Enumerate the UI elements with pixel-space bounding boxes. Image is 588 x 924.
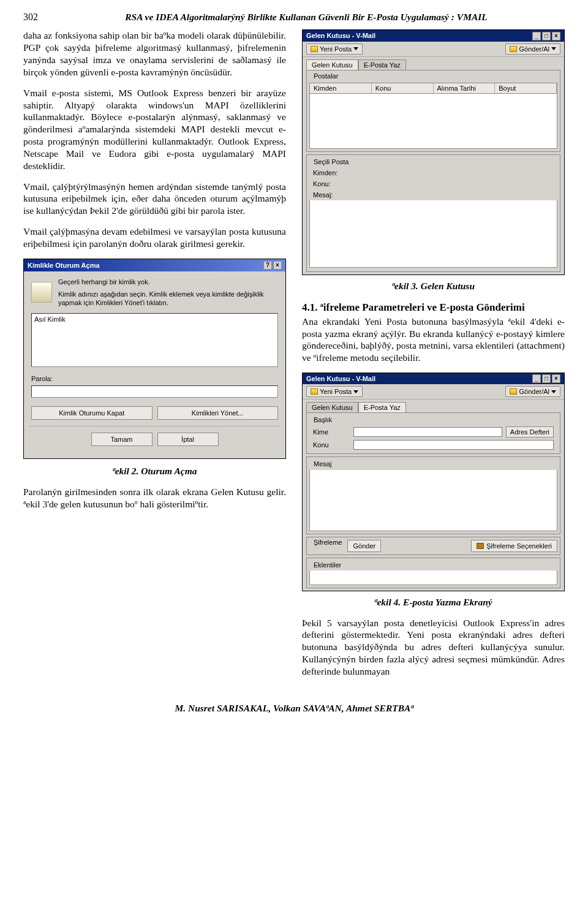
chevron-down-icon [551, 47, 556, 50]
close-session-button[interactable]: Kimlik Oturumu Kapat [31, 406, 153, 420]
section-heading: 4.1. ªifreleme Parametreleri ve E-posta … [302, 301, 565, 314]
column-header[interactable]: Boyut [495, 83, 557, 93]
vmail-compose-window: Gelen Kutusu - V-Mail _ □ × Yeni Posta G… [302, 373, 565, 591]
mail-icon [510, 46, 517, 52]
window-title: Gelen Kutusu - V-Mail [306, 374, 375, 383]
minimize-icon[interactable]: _ [532, 32, 541, 40]
close-icon[interactable]: × [552, 32, 560, 40]
mail-icon [311, 46, 318, 52]
paragraph: Vmail, çalýþtýrýlmasýnýn hemen ardýndan … [23, 181, 286, 217]
tab-inbox[interactable]: Gelen Kutusu [306, 402, 358, 412]
send-button[interactable]: Gönder [347, 540, 381, 552]
button-label: Gönder/Al [519, 387, 549, 396]
group-label: Eklentiler [312, 561, 343, 569]
maximize-icon[interactable]: □ [542, 32, 551, 40]
attachments-list[interactable] [309, 570, 557, 585]
footer-authors: M. Nusret SARISAKAL, Volkan SAVAªAN, Ahm… [23, 702, 565, 714]
password-input[interactable] [31, 385, 278, 398]
column-header[interactable]: Alınma Tarihi [434, 83, 496, 93]
tab-compose[interactable]: E-Posta Yaz [358, 59, 406, 70]
page-number: 302 [23, 11, 38, 23]
button-label: Yeni Posta [320, 45, 352, 53]
dialog-instructions: Kimlik adınızı aşağıdan seçin. Kimlik ek… [58, 290, 278, 307]
tab-compose[interactable]: E-Posta Yaz [358, 402, 406, 412]
tab-inbox[interactable]: Gelen Kutusu [306, 59, 358, 70]
close-icon[interactable]: × [552, 374, 560, 383]
to-input[interactable] [353, 427, 502, 437]
running-title: RSA ve IDEA Algoritmalarýný Birlikte Kul… [48, 11, 565, 23]
button-label: Şifreleme Seçenekleri [486, 542, 552, 550]
mail-icon [510, 388, 517, 395]
encryption-options-button[interactable]: Şifreleme Seçenekleri [471, 540, 557, 552]
group-label: Başlık [312, 415, 334, 424]
message-body-input[interactable] [309, 470, 557, 531]
field-label: Kimden: [313, 169, 350, 177]
manage-identities-button[interactable]: Kimlikleri Yönet... [157, 406, 279, 420]
login-dialog: Kimlikle Oturum Açma ? × Geçerli herhang… [23, 259, 286, 460]
paragraph: Vmail çalýþmasýna devam edebilmesi ve va… [23, 225, 286, 250]
identity-icon [31, 282, 52, 303]
column-header[interactable]: Konu [372, 83, 434, 93]
maximize-icon[interactable]: □ [542, 374, 551, 383]
field-label: Mesaj: [313, 191, 350, 199]
chevron-down-icon [353, 47, 358, 50]
preview-pane [309, 200, 557, 268]
new-mail-button[interactable]: Yeni Posta [306, 386, 363, 397]
subject-input[interactable] [353, 440, 554, 450]
paragraph: Vmail e-posta sistemi, MS Outlook Expres… [23, 87, 286, 172]
group-label: Mesaj [312, 460, 333, 468]
figure-caption: ªekil 2. Oturum Açma [23, 465, 286, 477]
new-mail-button[interactable]: Yeni Posta [306, 44, 363, 55]
column-header[interactable]: Kimden [310, 83, 372, 93]
mail-icon [311, 388, 318, 395]
list-item[interactable]: Asıl Kimlik [34, 315, 275, 324]
paragraph: daha az fonksiyona sahip olan bir baºka … [23, 29, 286, 78]
paragraph: Parolanýn girilmesinden sonra ilk olarak… [23, 486, 286, 510]
paragraph: Ana ekrandaki Yeni Posta butonuna basýlm… [302, 316, 565, 364]
figure-caption: ªekil 3. Gelen Kutusu [302, 280, 565, 292]
key-icon [477, 543, 484, 549]
dialog-title: Kimlikle Oturum Açma [28, 261, 100, 270]
paragraph: Þekil 5 varsayýlan posta denetleyicisi O… [302, 617, 565, 678]
button-label: Gönder/Al [519, 45, 549, 53]
minimize-icon[interactable]: _ [532, 374, 541, 383]
identity-list[interactable]: Asıl Kimlik [31, 313, 278, 367]
button-label: Yeni Posta [320, 387, 352, 396]
send-receive-button[interactable]: Gönder/Al [505, 44, 560, 55]
chevron-down-icon [551, 390, 556, 393]
group-label: Şifreleme [312, 538, 344, 547]
password-label: Parola: [31, 374, 278, 383]
window-title: Gelen Kutusu - V-Mail [306, 31, 375, 40]
vmail-inbox-window: Gelen Kutusu - V-Mail _ □ × Yeni Posta G… [302, 29, 565, 275]
chevron-down-icon [353, 390, 358, 393]
mail-list[interactable] [309, 94, 557, 149]
dialog-message: Geçerli herhangi bir kimlik yok. [58, 278, 278, 286]
figure-caption: ªekil 4. E-posta Yazma Ekraný [302, 596, 565, 608]
group-label: Seçili Posta [312, 157, 350, 166]
address-book-button[interactable]: Adres Defteri [506, 426, 554, 437]
help-icon[interactable]: ? [263, 261, 272, 270]
cancel-button[interactable]: İptal [157, 433, 219, 446]
close-icon[interactable]: × [273, 261, 282, 270]
field-label: Kime [313, 428, 350, 436]
group-label: Postalar [312, 72, 340, 80]
send-receive-button[interactable]: Gönder/Al [505, 386, 560, 397]
ok-button[interactable]: Tamam [91, 433, 153, 446]
field-label: Konu: [313, 180, 350, 188]
field-label: Konu [313, 441, 350, 449]
